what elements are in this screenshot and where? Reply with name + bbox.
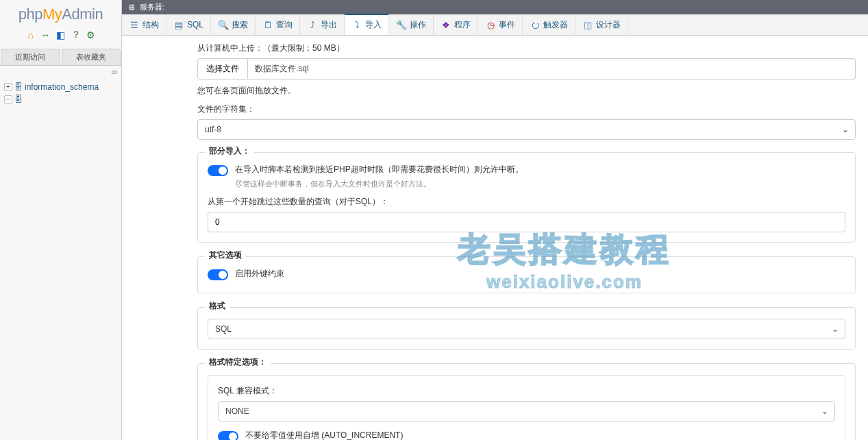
- wrench-icon: 🔧: [396, 19, 407, 30]
- allow-interrupt-label: 在导入时脚本若检测到接近PHP超时时限（即需要花费很长时间）则允许中断。: [235, 164, 523, 175]
- upload-label: 从计算机中上传：（最大限制：50 MB）: [197, 42, 856, 54]
- autoincr-toggle[interactable]: [218, 431, 238, 440]
- compat-label: SQL 兼容模式：: [218, 385, 835, 397]
- db-icon[interactable]: ◧: [55, 29, 66, 40]
- foreign-key-toggle[interactable]: [208, 269, 228, 280]
- settings-icon[interactable]: ⚙: [86, 29, 97, 40]
- list-icon: ☰: [129, 19, 140, 30]
- drag-hint: 您可在各页面间拖放文件。: [197, 85, 856, 97]
- help-icon[interactable]: ？: [71, 29, 82, 40]
- tab-query[interactable]: 🗒查询: [256, 14, 300, 35]
- skip-queries-label: 从第一个开始跳过这些数量的查询（对于SQL）：: [208, 196, 845, 208]
- partial-import-fieldset: 部分导入： 在导入时脚本若检测到接近PHP超时时限（即需要花费很长时间）则允许中…: [197, 152, 856, 243]
- designer-icon: ◫: [582, 19, 593, 30]
- import-icon: ⤵: [351, 20, 362, 31]
- allow-interrupt-hint: 尽管这样会中断事务，但在导入大文件时也许是个好方法。: [235, 179, 845, 189]
- compat-select[interactable]: NONE: [218, 401, 835, 421]
- breadcrumb-server[interactable]: 服务器:: [140, 2, 164, 12]
- sidebar-quick-icons: ⌂ ↔ ◧ ？ ⚙: [0, 27, 121, 46]
- sql-icon: ▤: [173, 19, 184, 30]
- main-tabs: ☰结构 ▤SQL 🔍搜索 🗒查询 ⤴导出 ⤵导入 🔧操作 ❖程序 ◷事件 ⭮触发…: [122, 14, 868, 36]
- home-icon[interactable]: ⌂: [25, 29, 36, 40]
- db-node-icon: 🗄: [14, 95, 23, 104]
- choose-file-button[interactable]: 选择文件: [197, 58, 248, 80]
- db-tree: + 🗄 information_schema − 🗄: [0, 78, 121, 108]
- tree-label: information_schema: [25, 82, 99, 92]
- export-icon: ⤴: [307, 19, 318, 30]
- tab-import[interactable]: ⤵导入: [345, 14, 389, 35]
- main: 🖥 服务器: ☰结构 ▤SQL 🔍搜索 🗒查询 ⤴导出 ⤵导入 🔧操作 ❖程序 …: [122, 0, 868, 440]
- foreign-key-label: 启用外键约束: [235, 268, 284, 280]
- charset-select[interactable]: utf-8: [197, 119, 856, 140]
- sidebar-tabs: 近期访问 表收藏夹: [0, 49, 121, 66]
- sidebar-tab-recent[interactable]: 近期访问: [1, 49, 60, 65]
- search-icon: 🔍: [218, 19, 229, 30]
- tab-sql[interactable]: ▤SQL: [166, 14, 211, 35]
- format-options-fieldset: 格式特定选项： SQL 兼容模式： NONE ⌄ 不要给零值使用自增 (AUTO…: [197, 363, 856, 440]
- format-select[interactable]: SQL: [208, 319, 845, 339]
- event-icon: ◷: [485, 19, 496, 30]
- breadcrumb: 🖥 服务器:: [122, 0, 868, 14]
- routine-icon: ❖: [441, 19, 451, 30]
- format-fieldset: 格式 SQL ⌄: [197, 307, 856, 350]
- tab-routines[interactable]: ❖程序: [434, 14, 478, 35]
- upload-section: 从计算机中上传：（最大限制：50 MB） 选择文件 数据库文件.sql 您可在各…: [197, 42, 856, 140]
- db-node-icon: 🗄: [14, 82, 23, 92]
- server-icon: 🖥: [127, 3, 136, 12]
- tab-search[interactable]: 🔍搜索: [211, 14, 256, 35]
- sidebar-filter[interactable]: ∞: [0, 66, 121, 78]
- tab-events[interactable]: ◷事件: [478, 14, 523, 35]
- partial-legend: 部分导入：: [205, 145, 254, 157]
- content-scroll[interactable]: 从计算机中上传：（最大限制：50 MB） 选择文件 数据库文件.sql 您可在各…: [122, 36, 868, 440]
- tab-operations[interactable]: 🔧操作: [389, 14, 434, 35]
- sidebar-tab-favorites[interactable]: 表收藏夹: [62, 49, 121, 65]
- exit-icon[interactable]: ↔: [40, 29, 51, 40]
- logo[interactable]: phpMyAdmin: [0, 0, 121, 27]
- tab-export[interactable]: ⤴导出: [300, 14, 345, 35]
- tree-row-info-schema[interactable]: + 🗄 information_schema: [1, 81, 120, 93]
- tab-structure[interactable]: ☰结构: [122, 14, 166, 35]
- sidebar: phpMyAdmin ⌂ ↔ ◧ ？ ⚙ 近期访问 表收藏夹 ∞ + 🗄 inf…: [0, 0, 122, 440]
- tab-triggers[interactable]: ⭮触发器: [523, 14, 575, 35]
- tree-row-collapsed[interactable]: − 🗄: [1, 93, 120, 106]
- trigger-icon: ⭮: [530, 19, 541, 30]
- allow-interrupt-toggle[interactable]: [208, 165, 228, 176]
- format-options-legend: 格式特定选项：: [205, 356, 271, 368]
- query-icon: 🗒: [262, 19, 273, 30]
- chosen-file-name: 数据库文件.sql: [248, 58, 856, 80]
- skip-queries-input[interactable]: [208, 212, 845, 232]
- other-legend: 其它选项: [205, 249, 246, 261]
- charset-label: 文件的字符集：: [197, 103, 856, 115]
- expand-icon[interactable]: +: [4, 83, 12, 91]
- other-options-fieldset: 其它选项 启用外键约束: [197, 256, 856, 293]
- collapse-icon[interactable]: −: [4, 95, 12, 103]
- tab-designer[interactable]: ◫设计器: [575, 14, 628, 35]
- format-legend: 格式: [205, 300, 230, 312]
- autoincr-label: 不要给零值使用自增 (AUTO_INCREMENT): [245, 430, 403, 440]
